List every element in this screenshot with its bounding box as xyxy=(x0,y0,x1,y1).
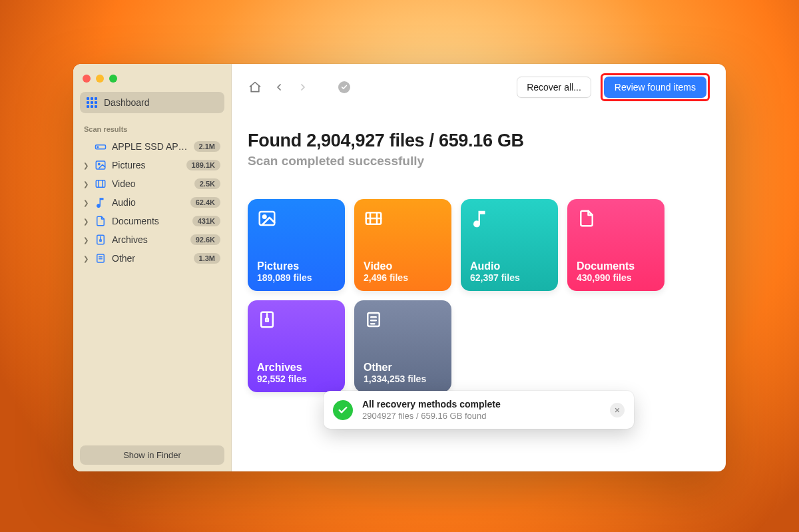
archives-icon xyxy=(257,310,336,332)
svg-point-14 xyxy=(263,215,266,218)
scan-summary: Found 2,904,927 files / 659.16 GB Scan c… xyxy=(248,131,710,168)
home-button[interactable] xyxy=(248,80,262,95)
sidebar-item-count: 1.3M xyxy=(194,253,220,264)
fullscreen-window-button[interactable] xyxy=(109,75,117,83)
audio-icon xyxy=(470,208,549,231)
document-icon xyxy=(95,215,107,227)
sidebar-item-document[interactable]: ❯Documents431K xyxy=(80,212,224,230)
sidebar-item-video[interactable]: ❯Video2.5K xyxy=(80,174,224,193)
svg-rect-9 xyxy=(100,240,101,241)
card-audio[interactable]: Audio62,397 files xyxy=(461,199,558,291)
svg-point-3 xyxy=(99,163,100,164)
card-subtitle: 430,990 files xyxy=(577,272,655,283)
sidebar-item-label: Documents xyxy=(112,216,187,226)
card-archives[interactable]: Archives92,552 files xyxy=(248,300,345,392)
sidebar-section-label: Scan results xyxy=(80,113,224,137)
svg-rect-21 xyxy=(266,319,268,322)
success-icon xyxy=(333,400,353,420)
toast-text: All recovery methods complete 2904927 fi… xyxy=(362,399,501,421)
card-documents[interactable]: Documents430,990 files xyxy=(567,199,665,291)
card-subtitle: 2,496 files xyxy=(364,272,442,283)
toast-title: All recovery methods complete xyxy=(362,399,501,409)
nav-back-button[interactable] xyxy=(272,80,286,95)
chevron-right-icon: ❯ xyxy=(83,199,89,206)
audio-icon xyxy=(95,196,107,208)
sidebar-item-count: 2.1M xyxy=(194,141,220,152)
sidebar-item-count: 2.5K xyxy=(194,178,220,189)
annotation-highlight: Review found items xyxy=(601,73,710,101)
scan-status-icon xyxy=(338,81,350,93)
toolbar: Recover all... Review found items xyxy=(248,73,710,101)
main-panel: Recover all... Review found items Found … xyxy=(232,64,726,471)
recover-all-button[interactable]: Recover all... xyxy=(517,77,591,98)
summary-title: Found 2,904,927 files / 659.16 GB xyxy=(248,131,710,151)
card-title: Video xyxy=(364,260,442,272)
other-icon xyxy=(364,310,442,332)
archive-icon xyxy=(95,234,107,246)
card-title: Audio xyxy=(470,260,549,272)
sidebar-item-count: 431K xyxy=(192,216,220,226)
documents-icon xyxy=(577,208,655,231)
chevron-right-icon: ❯ xyxy=(83,180,89,188)
sidebar-item-audio[interactable]: ❯Audio62.4K xyxy=(80,193,224,212)
card-subtitle: 92,552 files xyxy=(257,374,336,384)
sidebar-tree: APPLE SSD AP0…2.1M❯Pictures189.1K❯Video2… xyxy=(80,137,224,268)
toast-subtitle: 2904927 files / 659.16 GB found xyxy=(362,411,501,421)
sidebar-item-label: Other xyxy=(112,253,188,264)
chevron-right-icon: ❯ xyxy=(83,218,89,225)
minimize-window-button[interactable] xyxy=(96,75,104,83)
video-icon xyxy=(364,208,442,231)
card-title: Documents xyxy=(577,260,655,272)
sidebar-item-label: Audio xyxy=(112,197,185,208)
sidebar-item-label: Archives xyxy=(112,234,185,245)
card-video[interactable]: Video2,496 files xyxy=(354,199,451,291)
completion-toast: All recovery methods complete 2904927 fi… xyxy=(324,391,634,429)
show-in-finder-button[interactable]: Show in Finder xyxy=(80,445,224,465)
chevron-right-icon: ❯ xyxy=(83,255,89,262)
sidebar-item-label: Dashboard xyxy=(104,97,150,108)
pictures-icon xyxy=(257,208,336,231)
sidebar-item-picture[interactable]: ❯Pictures189.1K xyxy=(80,156,224,174)
card-subtitle: 62,397 files xyxy=(470,272,549,283)
card-pictures[interactable]: Pictures189,089 files xyxy=(248,199,345,291)
chevron-right-icon: ❯ xyxy=(83,162,89,169)
sidebar-item-count: 62.4K xyxy=(190,197,220,208)
review-found-items-button[interactable]: Review found items xyxy=(604,77,706,98)
sidebar-item-count: 189.1K xyxy=(186,160,220,170)
sidebar-item-drive[interactable]: APPLE SSD AP0…2.1M xyxy=(80,137,224,156)
close-window-button[interactable] xyxy=(83,75,91,83)
card-subtitle: 1,334,253 files xyxy=(364,374,442,384)
app-window: Dashboard Scan results APPLE SSD AP0…2.1… xyxy=(73,64,726,471)
svg-point-1 xyxy=(97,146,99,148)
category-cards: Pictures189,089 filesVideo2,496 filesAud… xyxy=(248,199,710,392)
sidebar-item-label: Pictures xyxy=(112,160,181,170)
nav-forward-button xyxy=(296,80,310,95)
other-icon xyxy=(95,252,107,264)
sidebar-item-label: Video xyxy=(112,178,189,189)
picture-icon xyxy=(95,159,107,171)
window-controls xyxy=(80,72,224,92)
sidebar-item-archive[interactable]: ❯Archives92.6K xyxy=(80,230,224,249)
svg-rect-13 xyxy=(260,212,275,225)
toast-close-button[interactable] xyxy=(610,403,625,417)
card-other[interactable]: Other1,334,253 files xyxy=(354,300,451,392)
sidebar-item-dashboard[interactable]: Dashboard xyxy=(80,92,224,113)
drive-icon xyxy=(95,140,107,152)
svg-rect-4 xyxy=(96,180,105,188)
sidebar-item-label: APPLE SSD AP0… xyxy=(112,141,188,152)
sidebar-item-count: 92.6K xyxy=(190,234,220,245)
card-subtitle: 189,089 files xyxy=(257,272,336,283)
card-title: Other xyxy=(364,362,442,374)
summary-subtitle: Scan completed successfully xyxy=(248,154,710,168)
card-title: Archives xyxy=(257,362,336,374)
chevron-right-icon: ❯ xyxy=(83,236,89,244)
sidebar: Dashboard Scan results APPLE SSD AP0…2.1… xyxy=(73,64,232,471)
dashboard-icon xyxy=(87,97,97,108)
video-icon xyxy=(95,178,107,190)
sidebar-item-other[interactable]: ❯Other1.3M xyxy=(80,249,224,268)
card-title: Pictures xyxy=(257,260,336,272)
